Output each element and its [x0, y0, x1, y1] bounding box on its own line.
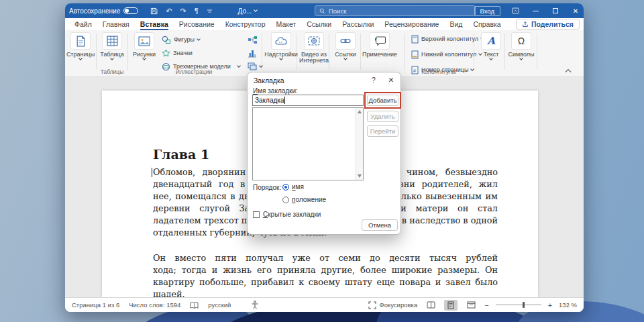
comment-button[interactable]: Примечание [363, 32, 396, 58]
autosave-toggle[interactable]: Автосохранение [69, 7, 138, 15]
pictures-button[interactable]: Рисунки [131, 32, 158, 60]
header-button[interactable]: Верхний колонтитул [411, 34, 484, 44]
icons-button[interactable]: Значки [162, 48, 193, 58]
close-button[interactable]: ✕ [570, 5, 581, 16]
online-video-button[interactable]: Видео из Интернета [299, 32, 329, 64]
tab-view[interactable]: Вид [444, 19, 468, 30]
page-indicator[interactable]: Страница 1 из 6 [72, 301, 119, 309]
collapse-ribbon-icon[interactable] [565, 68, 572, 74]
print-layout-icon[interactable] [444, 300, 458, 311]
dialog-help-icon[interactable]: ? [369, 76, 378, 84]
tab-references[interactable]: Ссылки [301, 19, 337, 30]
zoom-in-button[interactable]: + [548, 301, 552, 309]
sort-by-name-label: имя [292, 183, 304, 191]
shapes-button[interactable]: Фигуры [162, 34, 200, 45]
doc-line: Он вместо пяти получал уже от семи до де… [153, 252, 498, 264]
text-button[interactable]: А Текст [478, 32, 504, 60]
3d-models-icon [162, 62, 170, 71]
save-icon[interactable] [150, 7, 158, 15]
ribbon-display-options-icon[interactable] [510, 5, 521, 16]
addins-button[interactable]: Надстройки [268, 32, 294, 60]
smartart-button[interactable] [248, 34, 258, 45]
scroll-down-icon[interactable] [358, 174, 362, 178]
minimize-button[interactable] [530, 5, 541, 16]
proofing-icon[interactable] [190, 301, 199, 309]
word-window: Автосохранение ↶ ↷ ¶ До... [65, 3, 584, 312]
tab-mailings[interactable]: Рассылки [337, 19, 379, 30]
links-button[interactable]: Ссылки [332, 32, 359, 60]
ribbon-tabs: Файл Главная Вставка Рисование Конструкт… [65, 18, 584, 30]
search-placeholder: Поиск [329, 7, 346, 15]
shapes-label: Фигуры [174, 36, 195, 43]
icons-icon [162, 49, 170, 58]
doc-line: квартиру побольше, прибавил к своему шта… [153, 276, 498, 288]
search-input[interactable]: Поиск [315, 5, 476, 16]
footer-button[interactable]: Нижний колонтитул [411, 49, 482, 60]
cancel-button[interactable]: Отмена [362, 219, 398, 231]
symbols-button[interactable]: Ω Символы [508, 32, 535, 60]
bookmark-name-input[interactable]: Закладка [252, 95, 364, 106]
maximize-button[interactable] [550, 5, 561, 16]
tab-draw[interactable]: Рисование [174, 19, 220, 30]
goto-button[interactable]: Перейти [367, 125, 398, 137]
dialog-close-icon[interactable]: ✕ [386, 76, 396, 84]
delete-button[interactable]: Удалить [367, 111, 398, 122]
link-icon [335, 32, 356, 50]
tab-home[interactable]: Главная [97, 19, 135, 30]
tab-file[interactable]: Файл [69, 19, 97, 30]
tab-layout[interactable]: Макет [271, 19, 302, 30]
ribbon: Страницы Таблица Рисунки [65, 30, 584, 77]
share-label: Поделиться [531, 20, 574, 28]
pages-icon [70, 32, 91, 50]
chevron-down-icon [197, 37, 201, 41]
bookmark-name-value: Закладка [255, 97, 284, 104]
autosave-label: Автосохранение [69, 7, 120, 15]
symbols-icon: Ω [518, 36, 525, 46]
undo-icon[interactable]: ↶ [166, 7, 172, 15]
focus-label: Фокусировка [379, 301, 417, 309]
document-title-menu[interactable]: До... [238, 7, 258, 15]
bookmark-name-label: Имя закладки: [253, 87, 298, 95]
signin-button[interactable]: Вход [474, 6, 501, 16]
toggle-off-icon[interactable] [123, 7, 138, 14]
zoom-level[interactable]: 132 % [559, 301, 577, 309]
share-button[interactable]: Поделиться [516, 19, 580, 30]
zoom-slider[interactable] [496, 305, 541, 305]
customize-quick-access-icon[interactable] [207, 9, 213, 13]
accessibility-icon[interactable] [251, 301, 259, 309]
chevron-down-icon [259, 64, 263, 68]
input-cursor [284, 97, 285, 104]
group-label-tables: Таблицы [101, 68, 124, 75]
word-count[interactable]: Число слов: 1594 [129, 301, 180, 309]
sort-by-position-radio[interactable]: положение [282, 196, 326, 203]
hidden-bookmarks-checkbox[interactable]: Скрытые закладки [253, 211, 321, 218]
chevron-down-icon [471, 67, 475, 71]
zoom-out-button[interactable]: − [484, 301, 488, 309]
screenshot-button[interactable] [248, 61, 262, 72]
focus-mode-button[interactable]: Фокусировка [368, 301, 417, 309]
online-video-icon [304, 32, 324, 50]
list-scrollbar[interactable] [356, 108, 363, 180]
tab-help[interactable]: Справка [468, 19, 506, 30]
pilcrow-icon[interactable]: ¶ [195, 7, 199, 15]
pages-button[interactable]: Страницы [67, 32, 94, 60]
zoom-slider-thumb[interactable] [523, 302, 525, 308]
status-bar: Страница 1 из 6 Число слов: 1594 русский… [65, 297, 584, 312]
tab-design[interactable]: Конструктор [220, 19, 271, 30]
scroll-up-icon[interactable] [358, 110, 362, 113]
addins-icon [271, 32, 291, 50]
tab-review[interactable]: Рецензирование [379, 19, 444, 30]
read-mode-icon[interactable] [424, 300, 437, 311]
checkbox-icon [253, 211, 260, 218]
share-icon [522, 21, 529, 28]
tab-insert[interactable]: Вставка [135, 19, 174, 30]
bookmark-list[interactable] [252, 107, 364, 180]
chart-button[interactable] [248, 48, 257, 58]
redo-icon[interactable]: ↷ [180, 7, 186, 15]
svg-text:#: # [413, 68, 416, 72]
language-indicator[interactable]: русский [208, 301, 231, 309]
web-layout-icon[interactable] [464, 300, 478, 311]
sort-by-name-radio[interactable]: имя [282, 183, 304, 191]
titlebar: Автосохранение ↶ ↷ ¶ До... [65, 3, 584, 18]
table-button[interactable]: Таблица [99, 32, 125, 60]
